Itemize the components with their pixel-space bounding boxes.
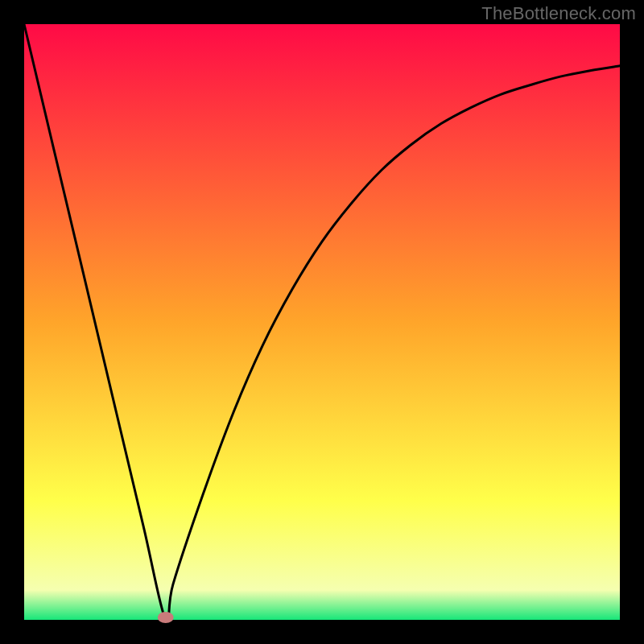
- chart-svg: [0, 0, 644, 644]
- plot-area: [24, 24, 620, 620]
- watermark-text: TheBottleneck.com: [481, 3, 636, 24]
- chart-frame: TheBottleneck.com: [0, 0, 644, 644]
- minimum-marker: [158, 612, 174, 623]
